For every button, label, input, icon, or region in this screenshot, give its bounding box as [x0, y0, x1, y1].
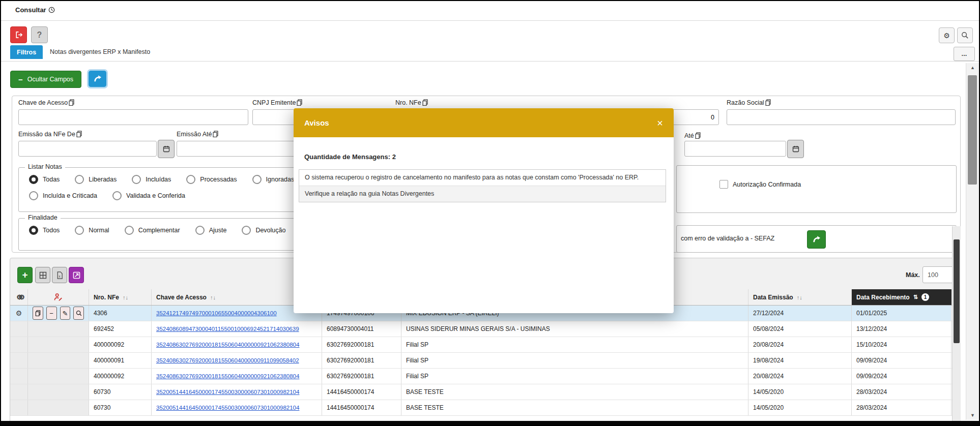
autorizacao-confirmada-checkbox[interactable]: Autorização Confirmada	[719, 180, 801, 189]
cell-recebimento: 28/03/2024	[852, 400, 952, 415]
row-settings-cell[interactable]	[10, 384, 28, 400]
radio-icon	[29, 191, 38, 200]
search-button[interactable]	[957, 27, 973, 43]
grid-view-button[interactable]	[35, 267, 50, 283]
paste-icon[interactable]	[422, 99, 428, 106]
radio-finalidade-devolucao[interactable]: Devolução	[242, 226, 285, 235]
autorizacao-box: Autorização Confirmada	[676, 165, 957, 213]
row-settings-cell[interactable]	[10, 337, 28, 352]
calendar-icon	[792, 145, 799, 153]
emissao-de-input[interactable]	[18, 141, 157, 157]
refresh-arrow-button[interactable]	[89, 71, 106, 87]
table-row[interactable]: 60730 3520051441645000017455003000060730…	[10, 400, 953, 416]
cnpj-emitente-label: CNPJ Emitente	[252, 99, 302, 106]
row-actions-cell	[28, 321, 89, 337]
settings-button[interactable]: ⚙	[939, 27, 955, 43]
help-button[interactable]: ?	[31, 26, 48, 43]
scroll-up-button[interactable]: ▲	[966, 63, 979, 72]
radio-processadas[interactable]: Processadas	[186, 175, 237, 184]
close-icon[interactable]: ×	[657, 118, 663, 128]
calendar-button[interactable]	[787, 140, 804, 158]
duplicate-button[interactable]	[33, 307, 43, 320]
radio-incluida-criticada[interactable]: Incluída e Criticada	[29, 191, 97, 200]
view-button[interactable]	[73, 307, 84, 320]
chave-link[interactable]: 3520051441645000017455003000060730100098…	[156, 389, 299, 395]
column-header-nro-nfe[interactable]: Nro. NFe ↑↓	[89, 289, 152, 305]
sort-icon[interactable]: ↑↓	[210, 294, 216, 300]
row-settings-cell[interactable]	[10, 369, 28, 384]
modal-title: Avisos	[304, 118, 329, 127]
ocultar-campos-button[interactable]: − Ocultar Campos	[10, 71, 81, 88]
table-row[interactable]: 692452 352408608947300040115500100069245…	[10, 321, 953, 337]
emissao-de-label: Emissão da NFe De	[18, 131, 82, 138]
remove-button[interactable]: −	[46, 307, 57, 320]
paste-icon[interactable]	[297, 99, 302, 106]
table-row[interactable]: 400000092 352408630276920001815506040000…	[10, 337, 953, 353]
content-scrollbar[interactable]	[952, 226, 961, 421]
content-scrollbar-thumb[interactable]	[954, 239, 960, 343]
table-row[interactable]: 400000091 352408630276920001815506040000…	[10, 353, 953, 369]
cell-emissao: 20/08/2024	[748, 369, 852, 384]
row-settings-cell[interactable]: ⚙	[10, 306, 28, 321]
radio-validada-conferida[interactable]: Validada e Conferida	[112, 191, 185, 200]
tab-filtros[interactable]: Filtros	[10, 45, 43, 59]
add-button[interactable]: +	[17, 267, 33, 283]
nro-nfe-label: Nro. NFe	[395, 99, 428, 106]
radio-finalidade-normal[interactable]: Normal	[75, 226, 109, 235]
ate-input[interactable]	[684, 141, 786, 157]
row-settings-cell[interactable]	[10, 400, 28, 415]
page-scrollbar[interactable]: ▲ ▼	[966, 63, 979, 420]
chave-link[interactable]: 3524086302769200018155060400000092106238…	[156, 373, 299, 379]
chave-acesso-input[interactable]	[18, 109, 248, 125]
sefaz-resend-button[interactable]	[807, 230, 826, 249]
row-settings-cell[interactable]	[10, 321, 28, 337]
paste-icon[interactable]	[765, 99, 771, 106]
paste-icon[interactable]	[69, 99, 74, 106]
chave-link[interactable]: 3524086302769200018155060400000092106238…	[156, 342, 299, 348]
column-header-data-recebimento[interactable]: Data Recebimento ⇅ 1	[852, 289, 952, 305]
paste-icon[interactable]	[695, 132, 701, 139]
chave-link[interactable]: 3524086302769200018155060400000091109905…	[156, 357, 299, 363]
modal-header: Avisos ×	[294, 108, 674, 137]
radio-todas[interactable]: Todas	[29, 175, 60, 184]
radio-finalidade-ajuste[interactable]: Ajuste	[195, 226, 227, 235]
cell-cnpj: 63027692000181	[322, 337, 401, 352]
paste-icon[interactable]	[76, 131, 82, 137]
razao-social-input[interactable]	[727, 109, 956, 125]
cell-chave: 3524086302769200018155060400000092106238…	[152, 337, 322, 352]
radio-ignoradas[interactable]: Ignoradas	[252, 175, 295, 184]
export-excel-button[interactable]: x	[52, 267, 67, 283]
page-scrollbar-thumb[interactable]	[968, 75, 977, 185]
expand-button[interactable]	[69, 267, 84, 283]
radio-icon	[29, 226, 38, 235]
chave-link[interactable]: 3524086089473000401155001000692452171403…	[156, 326, 299, 332]
table-row[interactable]: 60730 3520051441645000017455003000060730…	[10, 384, 953, 400]
sort-icon[interactable]: ↑↓	[797, 294, 802, 300]
radio-finalidade-todos[interactable]: Todos	[29, 226, 60, 235]
radio-liberadas[interactable]: Liberadas	[75, 175, 117, 184]
calendar-button[interactable]	[158, 140, 175, 158]
chave-link[interactable]: 3524121749749700010655004000004306100	[156, 310, 277, 316]
exit-button[interactable]	[10, 26, 27, 43]
scroll-down-button[interactable]: ▼	[966, 411, 979, 420]
sort-icon[interactable]: ↑↓	[123, 294, 128, 300]
more-options-button[interactable]: ...	[954, 47, 975, 61]
excel-file-icon: x	[56, 271, 63, 279]
sort-active-icon[interactable]: ⇅	[913, 294, 918, 300]
radio-finalidade-complementar[interactable]: Complementar	[125, 226, 180, 235]
paste-icon[interactable]	[213, 131, 218, 137]
cell-razao: USINAS SIDERUR MINAS GERAIS S/A - USIMIN…	[401, 321, 748, 337]
row-actions-cell	[28, 337, 89, 352]
radio-icon	[112, 191, 122, 200]
column-header-settings[interactable]: ⚙⚙	[10, 289, 28, 305]
cell-cnpj: 14416450000174	[322, 384, 401, 400]
chave-link[interactable]: 3520051441645000017455003000060730100098…	[156, 405, 299, 411]
table-row[interactable]: 400000092 352408630276920001815506040000…	[10, 369, 953, 384]
cell-cnpj: 14416450000174	[322, 400, 401, 415]
row-actions-cell	[28, 369, 89, 384]
row-settings-cell[interactable]	[10, 353, 28, 368]
radio-incluidas[interactable]: Incluídas	[132, 175, 171, 184]
chave-acesso-label: Chave de Acesso	[18, 99, 74, 106]
edit-button[interactable]: ✎	[60, 307, 71, 320]
column-header-data-emissao[interactable]: Data Emissão ↑↓	[748, 289, 852, 305]
